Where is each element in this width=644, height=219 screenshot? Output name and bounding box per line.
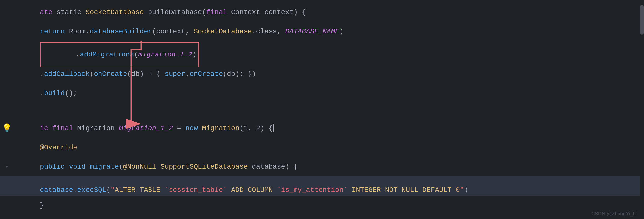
watermark: CSDN @ZhongYi_Li	[591, 211, 636, 216]
code-line-10: database.execSQL("ALTER TABLE `session_t…	[0, 176, 644, 196]
scrollbar-thumb[interactable]	[640, 5, 644, 35]
code-line-11: }	[0, 196, 644, 215]
line6-text	[15, 105, 19, 113]
bulb-icon: 💡	[2, 123, 12, 133]
code-line-5: .build();	[0, 80, 644, 99]
fold-icon: ▾	[2, 163, 12, 170]
code-container: ate static SocketDatabase buildDatabase(…	[0, 0, 644, 219]
line11-text: }	[15, 194, 44, 217]
code-line-6	[0, 99, 644, 118]
scrollbar[interactable]	[640, 0, 644, 219]
code-line-7: 💡 ic final Migration migration_1_2 = new…	[0, 118, 644, 138]
code-line-1: ate static SocketDatabase buildDatabase(…	[0, 3, 644, 22]
code-line-8: @Override	[0, 138, 644, 157]
code-line-4: .addCallback(onCreate(db) → { super.onCr…	[0, 61, 644, 80]
